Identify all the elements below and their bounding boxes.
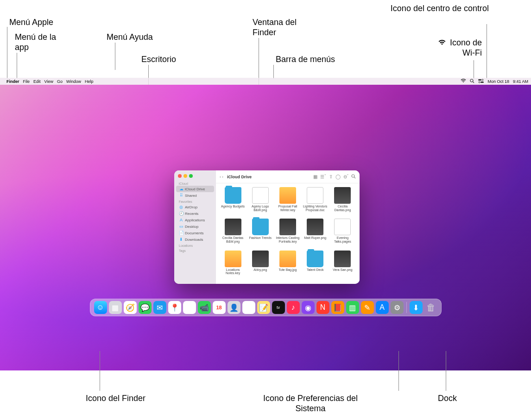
- app-menu[interactable]: Finder: [6, 79, 19, 84]
- dock-mail-icon[interactable]: ✉: [153, 301, 166, 314]
- dock-system-preferences-icon[interactable]: ⚙: [391, 301, 404, 314]
- img-icon: [279, 219, 296, 235]
- svg-line-7: [354, 177, 356, 178]
- file-item[interactable]: Cecília Dantas.png: [329, 187, 356, 217]
- file-item[interactable]: Fashion Trends: [247, 219, 273, 248]
- menubar-time[interactable]: 9:41 AM: [513, 79, 528, 84]
- file-item[interactable]: Agency Budgets: [220, 187, 246, 217]
- dock-reminders-icon[interactable]: ☰: [242, 301, 255, 314]
- dock-photos-icon[interactable]: ❀: [183, 301, 196, 314]
- forward-button[interactable]: ›: [222, 175, 223, 179]
- file-item[interactable]: Tote Bag.jpg: [274, 251, 301, 280]
- callout-dock: Dock: [438, 394, 457, 404]
- file-label: Cecília Dantas.png: [330, 205, 355, 212]
- file-item[interactable]: Cecília Dantas B&W.png: [220, 219, 246, 248]
- dock-messages-icon[interactable]: 💬: [139, 301, 152, 314]
- dock-calendar-icon[interactable]: 18: [213, 301, 226, 314]
- dock-safari-icon[interactable]: 🧭: [124, 301, 137, 314]
- file-item[interactable]: Proposal Fall Winter.key: [274, 187, 301, 217]
- close-button[interactable]: [178, 174, 182, 178]
- share-icon[interactable]: ⇧: [329, 174, 333, 179]
- dock-numbers-icon[interactable]: ▥: [346, 301, 359, 314]
- dock-news-icon[interactable]: N: [316, 301, 329, 314]
- sidebar-item-desktop[interactable]: ▭Desktop: [176, 223, 214, 230]
- sidebar-item-label: Applications: [185, 218, 205, 222]
- cloud-icon: ☁: [179, 187, 183, 191]
- finder-main: ‹ › iCloud Drive ▦ ☰ˇ ⇧ ◯ ⊖ˇ Agency Budg…: [216, 170, 360, 284]
- callout-apple-menu: Menú Apple: [9, 18, 53, 28]
- shared-icon: ⠿: [179, 193, 183, 198]
- file-item[interactable]: Vera San.png: [329, 251, 356, 280]
- group-menu-icon[interactable]: ☰ˇ: [320, 174, 326, 179]
- file-item[interactable]: Talent Deck: [302, 251, 329, 280]
- file-item[interactable]: Interiors Casting Portraits.key: [274, 219, 301, 248]
- file-label: Agency Budgets: [221, 205, 245, 208]
- file-label: Lighting Vendors Proposal.doc: [303, 205, 328, 212]
- svg-line-1: [473, 81, 474, 83]
- menu-edit[interactable]: Edit: [33, 79, 41, 84]
- menu-help[interactable]: Help: [85, 79, 94, 84]
- callout-finder-icon: Icono del Finder: [86, 394, 145, 404]
- dock-contacts-icon[interactable]: 👤: [228, 301, 240, 314]
- sidebar-item-shared[interactable]: ⠿Shared: [176, 192, 214, 199]
- menubar-date[interactable]: Mon Oct 18: [487, 79, 509, 84]
- menu-file[interactable]: File: [23, 79, 30, 84]
- sidebar-section-label: Tags: [176, 248, 214, 253]
- dock-music-icon[interactable]: ♪: [287, 301, 300, 314]
- file-item[interactable]: Matt Roper.png: [302, 219, 329, 248]
- sidebar-item-recents[interactable]: 🕘Recents: [176, 210, 214, 217]
- key-icon: [279, 251, 296, 267]
- back-button[interactable]: ‹: [220, 175, 221, 179]
- sidebar-item-icloud-drive[interactable]: ☁iCloud Drive: [176, 186, 214, 192]
- dock-launchpad-icon[interactable]: ▦: [109, 301, 122, 314]
- dock-notes-icon[interactable]: 📝: [257, 301, 270, 314]
- key-icon: [225, 251, 241, 267]
- dock-app-store-icon[interactable]: A: [376, 301, 389, 314]
- callout-finder-window: Ventana del Finder: [253, 18, 313, 38]
- menu-go[interactable]: Go: [57, 79, 63, 84]
- callout-menu-bar: Barra de menús: [276, 55, 335, 65]
- dock-books-icon[interactable]: 📕: [331, 301, 344, 314]
- fullscreen-button[interactable]: [189, 174, 193, 178]
- finder-window[interactable]: iCloud☁iCloud Drive⠿SharedFavorites◎AirD…: [174, 170, 360, 284]
- file-label: Proposal Fall Winter.key: [275, 205, 300, 212]
- dock-maps-icon[interactable]: 📍: [168, 301, 181, 314]
- minimize-button[interactable]: [183, 174, 187, 178]
- file-item[interactable]: Abby.png: [247, 251, 273, 280]
- sidebar-item-label: Desktop: [185, 225, 198, 229]
- spotlight-icon[interactable]: [470, 79, 474, 84]
- sidebar-item-airdrop[interactable]: ◎AirDrop: [176, 204, 214, 210]
- file-label: Evening Talks.pages: [330, 236, 355, 243]
- img-icon: [334, 187, 351, 204]
- file-item[interactable]: Lighting Vendors Proposal.doc: [302, 187, 329, 217]
- sidebar-item-downloads[interactable]: ⬇Downloads: [176, 236, 214, 243]
- sidebar-item-label: Documents: [185, 231, 203, 235]
- finder-file-grid: Agency BudgetsAgeny Logo B&W.pngProposal…: [216, 183, 360, 284]
- dock-downloads-stack-icon[interactable]: ⬇: [410, 301, 423, 314]
- tag-icon[interactable]: ◯: [335, 174, 341, 179]
- dock-facetime-icon[interactable]: 📹: [198, 301, 211, 314]
- dock-trash-icon[interactable]: 🗑: [424, 301, 437, 314]
- menu-bar: Finder File Edit View Go Window Help Mon…: [0, 78, 531, 85]
- clock-icon: 🕘: [179, 211, 183, 216]
- desktop[interactable]: iCloud☁iCloud Drive⠿SharedFavorites◎AirD…: [0, 85, 531, 370]
- dock-pages-icon[interactable]: ✎: [361, 301, 374, 314]
- wifi-icon[interactable]: [461, 79, 466, 84]
- view-icons-icon[interactable]: ▦: [313, 174, 317, 179]
- action-menu-icon[interactable]: ⊖ˇ: [343, 174, 348, 179]
- sidebar-item-applications[interactable]: AApplications: [176, 217, 214, 223]
- dock-podcasts-icon[interactable]: ◉: [302, 301, 315, 314]
- sidebar-item-documents[interactable]: 📄Documents: [176, 230, 214, 236]
- dock-finder-icon[interactable]: ☺: [94, 301, 107, 314]
- control-center-icon[interactable]: [478, 79, 484, 84]
- airdrop-icon: ◎: [179, 205, 183, 209]
- finder-title: iCloud Drive: [227, 175, 252, 179]
- dock-tv-icon[interactable]: tv: [272, 301, 285, 314]
- menu-window[interactable]: Window: [66, 79, 81, 84]
- menu-view[interactable]: View: [44, 79, 53, 84]
- file-item[interactable]: Evening Talks.pages: [329, 219, 356, 248]
- file-item[interactable]: Locations Notes.key: [220, 251, 246, 280]
- img-icon: [334, 251, 351, 267]
- file-item[interactable]: Ageny Logo B&W.png: [247, 187, 273, 217]
- search-icon[interactable]: [351, 174, 356, 180]
